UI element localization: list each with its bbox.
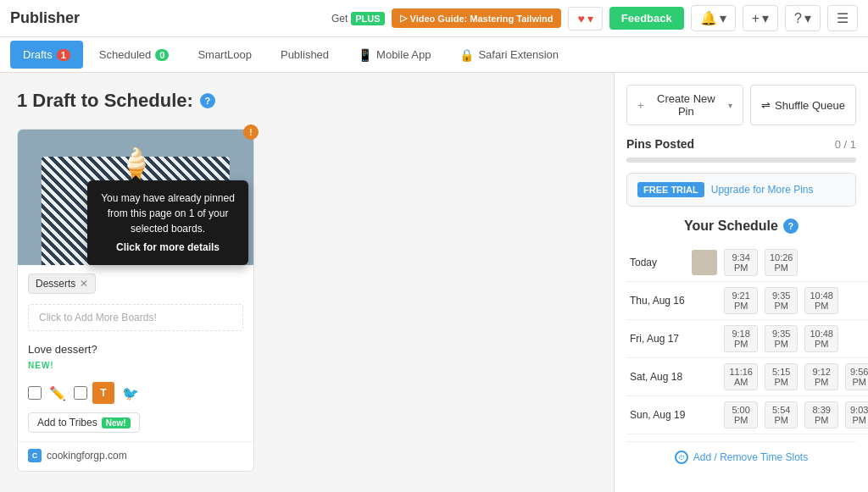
add-boards-button[interactable]: Click to Add More Boards! xyxy=(28,304,243,331)
free-trial-banner: FREE TRIAL Upgrade for More Pins xyxy=(626,173,856,207)
pins-progress-bar xyxy=(626,158,856,163)
pins-posted-section: Pins Posted 0 / 1 xyxy=(626,137,856,151)
main-content: 1 Draft to Schedule: ? You may have alre… xyxy=(0,73,868,492)
time-slot[interactable]: 9:34 PM xyxy=(724,249,758,276)
board-tag-close-icon[interactable]: ✕ xyxy=(80,278,88,290)
time-slot[interactable]: 11:16 AM xyxy=(724,363,758,390)
menu-button[interactable]: ☰ xyxy=(827,5,858,31)
pin-board-section: Desserts ✕ xyxy=(18,265,253,299)
time-slot[interactable]: 10:26 PM xyxy=(765,249,798,276)
create-pin-chevron-icon: ▾ xyxy=(728,101,732,110)
shuffle-queue-button[interactable]: ⇌ Shuffle Queue xyxy=(750,85,856,125)
time-slot[interactable]: 8:39 PM xyxy=(804,401,838,428)
time-slot[interactable]: 9:21 PM xyxy=(724,287,758,314)
tab-smartloop[interactable]: SmartLoop xyxy=(185,41,264,69)
time-slot[interactable]: 5:15 PM xyxy=(765,363,798,390)
plus-icon: + xyxy=(752,11,760,26)
schedule-help-icon[interactable]: ? xyxy=(783,218,798,234)
schedule-day-label: Thu, Aug 16 xyxy=(626,282,688,320)
video-icon: ▷ xyxy=(400,13,407,24)
header-actions: Get PLUS ▷ Video Guide: Mastering Tailwi… xyxy=(331,5,858,31)
time-slot[interactable]: 9:03 PM xyxy=(845,401,868,428)
schedule-thumbnail xyxy=(688,244,721,282)
create-pin-bar: + Create New Pin ▾ ⇌ Shuffle Queue xyxy=(626,85,856,125)
time-slot-cell: 10:48 PM xyxy=(801,282,842,320)
bell-icon: 🔔 xyxy=(700,10,717,26)
website-row: C cookingforgp.com xyxy=(18,441,253,471)
website-favicon-icon: C xyxy=(28,449,42,462)
feedback-button[interactable]: Feedback xyxy=(609,7,684,30)
schedule-thumbnail xyxy=(688,358,721,396)
time-slot-cell: 9:35 PM xyxy=(761,320,802,358)
pin-duplicate-tooltip[interactable]: You may have already pinned from this pa… xyxy=(87,180,248,265)
create-pin-plus-icon: + xyxy=(637,99,644,112)
question-icon: ? xyxy=(794,11,802,26)
app-logo: Publisher xyxy=(10,9,80,27)
time-slot-cell: 9:18 PM xyxy=(721,320,761,358)
bell-chevron-icon: ▾ xyxy=(720,10,726,26)
tribes-section: Add to Tribes New! xyxy=(18,412,253,441)
add-button[interactable]: + ▾ xyxy=(743,5,778,31)
time-slot[interactable]: 9:56 PM xyxy=(845,363,868,390)
time-slot-cell: 5:15 PM xyxy=(761,358,802,396)
time-slot[interactable]: 10:48 PM xyxy=(804,287,838,314)
help-button[interactable]: ? ▾ xyxy=(785,5,821,31)
time-slot-cell: 9:34 PM xyxy=(721,244,761,282)
schedule-row: Thu, Aug 169:21 PM9:35 PM10:48 PM xyxy=(626,282,868,320)
pin-select-checkbox[interactable] xyxy=(28,386,42,400)
add-tribes-button[interactable]: Add to Tribes New! xyxy=(28,412,140,433)
pin-action-checkbox-2[interactable] xyxy=(74,386,87,400)
pins-posted-label: Pins Posted xyxy=(626,137,694,151)
draft-help-icon[interactable]: ? xyxy=(200,93,215,108)
pin-card: You may have already pinned from this pa… xyxy=(17,129,254,472)
time-slot-cell: 9:56 PM xyxy=(842,358,868,396)
time-slot[interactable]: 9:12 PM xyxy=(804,363,838,390)
nav-tabs: Drafts 1 Scheduled 0 SmartLoop Published… xyxy=(0,37,868,73)
schedule-row: Sat, Aug 1811:16 AM5:15 PM9:12 PM9:56 PM xyxy=(626,358,868,396)
create-new-pin-button[interactable]: + Create New Pin ▾ xyxy=(626,85,743,125)
mobile-icon: 📱 xyxy=(358,48,372,62)
shuffle-icon: ⇌ xyxy=(761,99,771,112)
time-slot-cell xyxy=(842,244,868,282)
tribes-new-badge: New! xyxy=(102,417,131,428)
time-slot[interactable]: 5:00 PM xyxy=(724,401,758,428)
safari-icon: 🔒 xyxy=(459,48,474,62)
time-slot[interactable]: 5:54 PM xyxy=(765,401,798,428)
schedule-day-label: Sat, Aug 18 xyxy=(626,358,688,396)
time-slot[interactable]: 9:35 PM xyxy=(765,287,798,314)
draft-header: 1 Draft to Schedule: ? xyxy=(17,90,597,112)
tailwind-icon[interactable]: T xyxy=(92,382,114,404)
time-slot[interactable]: 9:18 PM xyxy=(724,325,758,352)
schedule-thumbnail xyxy=(688,282,721,320)
heart-button[interactable]: ♥ ▾ xyxy=(568,7,602,30)
edit-icon[interactable]: ✏️ xyxy=(47,382,69,404)
app-header: Publisher Get PLUS ▷ Video Guide: Master… xyxy=(0,0,868,37)
schedule-row: Fri, Aug 179:18 PM9:35 PM10:48 PM xyxy=(626,320,868,358)
tab-mobile-app[interactable]: 📱 Mobile App xyxy=(345,41,443,69)
schedule-day-label: Today xyxy=(626,244,688,282)
schedule-row: Sun, Aug 195:00 PM5:54 PM8:39 PM9:03 PM xyxy=(626,396,868,434)
upgrade-link[interactable]: Upgrade for More Pins xyxy=(711,184,814,196)
time-slot-cell: 10:48 PM xyxy=(801,320,842,358)
twitter-icon[interactable]: 🐦 xyxy=(120,382,142,404)
time-slot-cell xyxy=(801,244,842,282)
tab-drafts[interactable]: Drafts 1 xyxy=(10,41,83,69)
time-slot[interactable]: 9:35 PM xyxy=(765,325,798,352)
time-slot-cell: 5:54 PM xyxy=(761,396,802,434)
add-remove-time-slots-button[interactable]: ⏱ Add / Remove Time Slots xyxy=(626,441,856,464)
video-guide-button[interactable]: ▷ Video Guide: Mastering Tailwind xyxy=(392,8,562,28)
schedule-table: Today9:34 PM10:26 PMThu, Aug 169:21 PM9:… xyxy=(626,244,868,434)
board-tag-desserts[interactable]: Desserts ✕ xyxy=(28,274,96,294)
time-slot-cell: 10:26 PM xyxy=(761,244,802,282)
heart-chevron-icon: ▾ xyxy=(587,12,593,25)
time-slot-cell: 11:16 AM xyxy=(721,358,761,396)
tab-published[interactable]: Published xyxy=(268,41,342,69)
pins-posted-count: 0 / 1 xyxy=(835,138,856,151)
time-slot[interactable]: 10:48 PM xyxy=(804,325,838,352)
tab-scheduled[interactable]: Scheduled 0 xyxy=(86,41,182,69)
help-chevron-icon: ▾ xyxy=(804,10,811,26)
notifications-button[interactable]: 🔔 ▾ xyxy=(691,5,736,31)
tab-safari-extension[interactable]: 🔒 Safari Extension xyxy=(447,41,571,69)
new-badge: NEW! xyxy=(18,359,253,377)
drafts-badge: 1 xyxy=(57,49,70,61)
